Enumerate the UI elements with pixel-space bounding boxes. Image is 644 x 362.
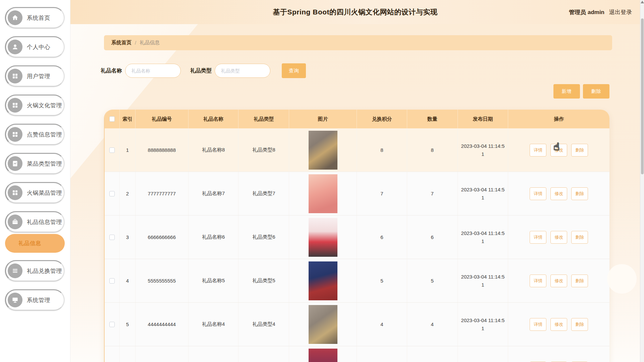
gift-image[interactable] (309, 174, 337, 213)
cell-gift-type: 礼品类型4 (238, 303, 289, 346)
row-checkbox-cell (105, 259, 120, 302)
sidebar-item-label: 礼品兑换管理 (27, 267, 62, 275)
cell-gift-type: 礼品类型7 (238, 172, 289, 215)
grid-icon (8, 127, 22, 142)
app-root: 系统首页个人中心用户管理火锅文化管理点赞信息管理菜品类型管理火锅菜品管理礼品信息… (0, 0, 644, 362)
cell-actions: 详情修改删除 (508, 259, 609, 302)
cell-index: 5 (120, 303, 136, 346)
cell-points: 5 (357, 259, 407, 302)
cell-gift-code: 7777777777 (136, 172, 189, 215)
delete-row-button[interactable]: 删除 (571, 231, 588, 244)
delete-row-button[interactable]: 删除 (571, 187, 588, 200)
table-row: 27777777777礼品名称7礼品类型7772023-03-04 11:14:… (105, 172, 609, 216)
cell-quantity: 8 (407, 128, 458, 172)
sidebar-item-5[interactable]: 菜品类型管理 (5, 153, 65, 174)
detail-button[interactable]: 详情 (530, 187, 546, 200)
sidebar-item-label: 点赞信息管理 (27, 131, 62, 138)
delete-row-button[interactable]: 删除 (571, 318, 588, 331)
cell-quantity: 7 (407, 172, 458, 215)
sidebar-item-9[interactable]: 礼品兑换管理 (5, 260, 65, 282)
cell-gift-name: 礼品名称4 (189, 303, 239, 346)
column-header: 数量 (407, 110, 458, 128)
edit-button[interactable]: 修改 (550, 318, 567, 331)
cell-points: 4 (357, 303, 407, 346)
home-icon (8, 10, 22, 25)
sidebar-item-0[interactable]: 系统首页 (5, 7, 65, 28)
cell-publish-date: 2023-03-04 11:14:51 (458, 128, 508, 172)
row-checkbox[interactable] (109, 147, 115, 153)
row-checkbox-cell (105, 128, 120, 172)
row-checkbox-cell (105, 303, 120, 346)
detail-button[interactable]: 详情 (530, 231, 546, 244)
sidebar-item-3[interactable]: 火锅文化管理 (5, 95, 65, 116)
scrollbar[interactable] (640, 0, 644, 362)
cell-gift-code: 5555555555 (136, 259, 189, 302)
edit-button[interactable]: 修改 (550, 231, 567, 244)
row-checkbox[interactable] (109, 322, 115, 327)
detail-button[interactable]: 详情 (530, 275, 546, 287)
cell-gift-name: 礼品名称8 (189, 128, 239, 172)
sidebar-item-label: 系统管理 (27, 296, 50, 304)
add-button[interactable]: 新增 (553, 84, 580, 99)
delete-button[interactable]: 删除 (583, 84, 609, 99)
select-all-checkbox[interactable] (109, 116, 115, 122)
row-checkbox[interactable] (109, 278, 115, 284)
table-row: 36666666666礼品名称6礼品类型6662023-03-04 11:14:… (105, 216, 609, 259)
cell-quantity: 6 (407, 216, 458, 259)
sidebar-item-4[interactable]: 点赞信息管理 (5, 124, 65, 145)
edit-button[interactable]: 修改 (550, 144, 567, 157)
column-header: 礼品编号 (136, 110, 189, 128)
cell-publish-date: 2023-03-04 11:14:51 (458, 259, 508, 302)
sidebar-item-1[interactable]: 个人中心 (5, 36, 65, 58)
gift-image[interactable] (309, 305, 337, 344)
user-info: 管理员 admin 退出登录 (569, 0, 632, 24)
breadcrumb-home[interactable]: 系统首页 (111, 40, 131, 46)
cell-points: 6 (357, 216, 407, 259)
sidebar-item-label: 火锅菜品管理 (27, 189, 62, 197)
sidebar-item-label: 个人中心 (27, 43, 50, 51)
table-header-row: 索引礼品编号礼品名称礼品类型图片兑换积分数量发布日期操作 (105, 110, 609, 128)
gift-image[interactable] (309, 218, 337, 257)
query-button[interactable]: 查询 (282, 63, 306, 78)
cell-actions: 详情修改删除 (508, 172, 609, 215)
row-checkbox[interactable] (109, 191, 115, 196)
user-name: 管理员 admin (569, 8, 604, 16)
gift-image[interactable] (309, 261, 337, 300)
detail-button[interactable]: 详情 (530, 144, 546, 157)
cell-gift-code: 8888888888 (136, 128, 189, 172)
gift-image[interactable] (309, 349, 337, 362)
gift-image[interactable] (309, 131, 337, 170)
scrollbar-up-arrow[interactable] (641, 1, 644, 3)
sidebar-item-label: 系统首页 (27, 14, 50, 22)
sidebar-item-label: 用户管理 (27, 72, 50, 80)
cell-points (357, 346, 407, 362)
sidebar-item-2[interactable]: 用户管理 (5, 65, 65, 87)
edit-button[interactable]: 修改 (550, 187, 567, 200)
delete-row-button[interactable]: 删除 (571, 275, 588, 287)
cell-gift-type: 礼品类型5 (238, 259, 289, 302)
column-header: 发布日期 (458, 110, 508, 128)
row-checkbox[interactable] (109, 235, 115, 240)
logout-link[interactable]: 退出登录 (609, 8, 632, 16)
cell-points: 8 (357, 128, 407, 172)
column-header: 操作 (508, 110, 609, 128)
scrollbar-thumb[interactable] (641, 18, 644, 174)
sidebar-item-6[interactable]: 火锅菜品管理 (5, 182, 65, 203)
cell-index: 2 (120, 172, 136, 215)
gift-table: 索引礼品编号礼品名称礼品类型图片兑换积分数量发布日期操作18888888888礼… (104, 110, 609, 362)
cell-actions: 详情修改删除 (508, 216, 609, 259)
cell-gift-image (289, 346, 357, 362)
table-row: 45555555555礼品名称5礼品类型5552023-03-04 11:14:… (105, 259, 609, 303)
edit-button[interactable]: 修改 (550, 275, 567, 287)
sidebar-item-10[interactable]: 系统管理 (5, 289, 65, 311)
sidebar-subitem-active[interactable]: 礼品信息 (5, 234, 65, 253)
cell-index: 3 (120, 216, 136, 259)
detail-button[interactable]: 详情 (530, 318, 546, 331)
sidebar-item-7[interactable]: 礼品信息管理 (5, 211, 65, 233)
delete-row-button[interactable]: 删除 (571, 144, 588, 157)
gift-type-input[interactable] (215, 64, 270, 78)
gift-name-input[interactable] (125, 64, 181, 78)
cell-publish-date: 2023-03-04 11:14:51 (458, 216, 508, 259)
page-title: 基于Spring Boot的四川火锅文化网站的设计与实现 (273, 7, 437, 17)
cell-gift-name (189, 346, 239, 362)
